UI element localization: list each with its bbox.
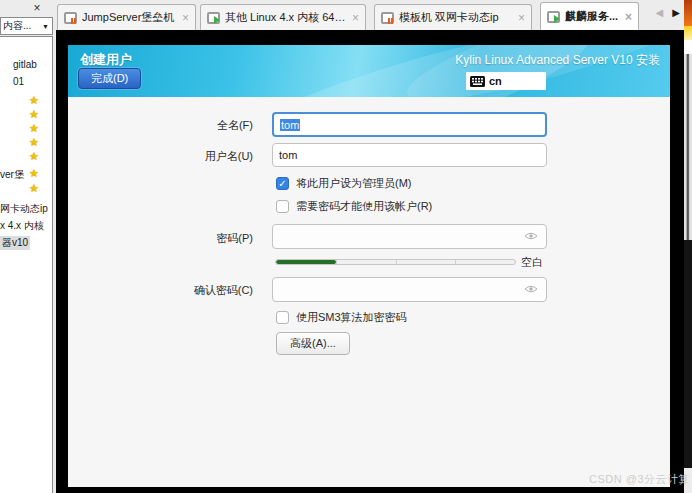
chevron-down-icon: ▼ [39,23,52,30]
page-title: 创建用户 [80,51,132,69]
right-edge-panel [684,0,692,493]
password-input[interactable] [272,224,547,249]
keyboard-layout-code: cn [489,75,502,87]
vm-library-panel: gitlab 01 ★ ★ ★ ★ ★ ver堡 ★ ★ 网卡动态ip x 4.… [0,36,53,493]
checkbox-unchecked-icon[interactable] [276,311,289,324]
show-password-eye-icon[interactable] [524,231,538,243]
keyboard-layout-indicator[interactable]: cn [466,72,546,90]
tab-jumpserver[interactable]: JumpServer堡垒机 × [57,4,196,30]
vm-tabs: JumpServer堡垒机 × 其他 Linux 4.x 内核 64 位 × 模… [57,2,639,30]
make-admin-checkbox-row[interactable]: ✓ 将此用户设为管理员(M) [276,176,412,191]
sm3-label: 使用SM3算法加密密码 [296,310,407,325]
star-icon: ★ [29,182,43,195]
library-item-jumpserver[interactable]: ver堡 [0,168,24,182]
done-button[interactable]: 完成(D) [78,68,141,89]
installer-window-title: Kylin Linux Advanced Server V10 安装 [455,52,660,69]
username-input[interactable]: tom [272,143,547,167]
password-strength-fill [276,260,336,264]
username-value: tom [279,149,297,161]
vm-running-icon [547,11,560,23]
library-item-gitlab[interactable]: gitlab [13,59,37,70]
confirm-password-label: 确认密码(C) [88,283,253,298]
checkbox-checked-icon[interactable]: ✓ [276,177,289,190]
library-item-linux4x[interactable]: x 4.x 内核 [0,219,44,233]
tab-label: JumpServer堡垒机 [82,10,177,25]
tab-scroll-arrows: ◀ ▶ [656,7,680,18]
csdn-watermark: CSDN @3分云计算 [589,472,690,487]
tab-close-icon[interactable]: × [625,10,632,24]
make-admin-label: 将此用户设为管理员(M) [296,176,412,191]
star-icon: ★ [29,136,43,149]
library-item-01[interactable]: 01 [13,76,24,87]
require-password-checkbox-row[interactable]: 需要密码才能使用该帐户(R) [276,199,432,214]
tab-close-icon[interactable]: × [352,11,359,25]
sm3-checkbox-row[interactable]: 使用SM3算法加密密码 [276,310,407,325]
library-item-template[interactable]: 网卡动态ip [0,202,48,216]
username-label: 用户名(U) [88,149,253,164]
vm-paused-icon [381,12,394,24]
anaconda-create-user-window: 创建用户 完成(D) Kylin Linux Advanced Server V… [68,45,670,487]
library-filter-label: 内容... [1,19,39,33]
checkbox-unchecked-icon[interactable] [276,200,289,213]
advanced-button[interactable]: 高级(A)... [276,332,350,355]
password-label: 密码(P) [88,231,253,246]
fullname-input[interactable]: tom [272,112,547,137]
fullname-label: 全名(F) [88,118,253,133]
scrollbar[interactable] [684,54,692,240]
tab-other-linux[interactable]: 其他 Linux 4.x 内核 64 位 × [200,4,366,30]
tab-label: 麒麟服务... [565,9,620,24]
vm-tab-bar: × JumpServer堡垒机 × 其他 Linux 4.x 内核 64 位 ×… [0,0,692,30]
star-icon: ★ [29,94,43,107]
keyboard-icon [470,76,485,87]
scroll-right-icon[interactable]: ▶ [672,7,680,18]
star-icon: ★ [29,108,43,121]
tab-close-icon[interactable]: × [518,11,525,25]
library-item-kylin-selected[interactable]: 器v10 [0,236,30,250]
tab-template-vm[interactable]: 模板机 双网卡动态ip × [374,4,532,30]
vm-running-icon [207,12,220,24]
star-icon: ★ [29,122,43,135]
tab-close-icon[interactable]: × [182,11,189,25]
confirm-password-input[interactable] [272,277,547,302]
tab-kylin-server[interactable]: 麒麟服务... × [540,2,639,30]
library-filter-dropdown[interactable]: 内容... ▼ [0,17,53,35]
sidebar-close-icon[interactable]: × [30,1,44,15]
installer-header: 创建用户 完成(D) Kylin Linux Advanced Server V… [68,45,670,97]
scroll-left-icon[interactable]: ◀ [656,7,664,18]
vm-paused-icon [64,12,77,24]
star-icon: ★ [29,150,43,163]
show-password-eye-icon[interactable] [524,284,538,296]
password-strength-bar [275,259,516,265]
require-password-label: 需要密码才能使用该帐户(R) [296,199,432,214]
password-strength-status: 空白 [521,255,543,270]
selected-text: tom [280,119,300,131]
star-icon: ★ [29,167,43,180]
tab-label: 模板机 双网卡动态ip [399,10,513,25]
tab-label: 其他 Linux 4.x 内核 64 位 [225,10,347,25]
